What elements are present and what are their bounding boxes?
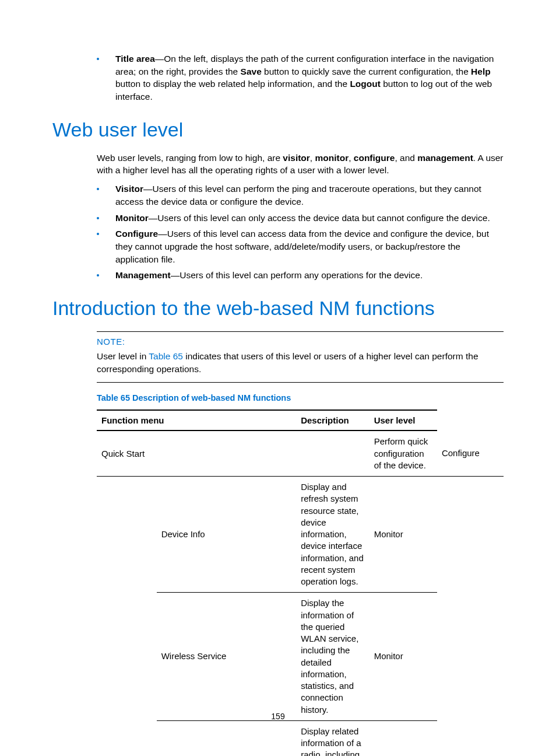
level-bullet: Monitor—Users of this level can only acc… [52, 212, 504, 225]
table-link[interactable]: Table 65 [149, 351, 183, 361]
title-area-bullet: Title area—On the left, displays the pat… [52, 52, 504, 103]
table-caption: Table 65 Description of web-based NM fun… [97, 393, 504, 402]
level-bullet: Visitor—Users of this level can perform … [52, 183, 504, 208]
th-user-level: User level [370, 410, 437, 430]
page-number: 159 [0, 712, 556, 721]
table-row: Wireless ServiceDisplay the information … [97, 593, 504, 721]
th-description: Description [296, 410, 369, 430]
note-box: NOTE: User level in Table 65 indicates t… [97, 331, 504, 383]
bullet-icon [97, 274, 99, 276]
cell-description: Display and refresh system resource stat… [296, 477, 369, 593]
levels-paragraph: Web user levels, ranging from low to hig… [52, 152, 504, 177]
bullet-text: Visitor—Users of this level can perform … [115, 183, 504, 208]
bullet-icon [97, 58, 99, 60]
cell-menu-b: Radio [157, 720, 297, 756]
title-area-text: Title area—On the left, displays the pat… [115, 52, 504, 103]
table-row: Quick StartPerform quick configuration o… [97, 430, 504, 476]
bullet-text: Configure—Users of this level can access… [115, 228, 504, 265]
table-row: SummaryDevice InfoDisplay and refresh sy… [97, 477, 504, 593]
note-text: User level in Table 65 indicates that us… [97, 350, 504, 375]
bullet-icon [97, 188, 99, 190]
cell-menu-b: Device Info [157, 477, 297, 593]
heading-intro-nm: Introduction to the web-based NM functio… [52, 297, 504, 320]
cell-description: Display the information of the queried W… [296, 593, 369, 721]
nm-functions-table: Function menu Description User level Qui… [97, 410, 504, 756]
cell-menu-b [296, 430, 369, 476]
bullet-text: Management—Users of this level can perfo… [115, 269, 423, 282]
level-bullet: Management—Users of this level can perfo… [52, 269, 504, 282]
cell-user-level: Monitor [370, 720, 437, 756]
th-function-menu: Function menu [97, 410, 296, 430]
heading-web-user-level: Web user level [52, 118, 504, 141]
cell-user-level: Configure [437, 430, 504, 476]
cell-description: Display related information of a radio, … [296, 720, 369, 756]
table-row: RadioDisplay related information of a ra… [97, 720, 504, 756]
cell-user-level: Monitor [370, 477, 437, 593]
bullet-icon [97, 217, 99, 219]
cell-description: Perform quick configuration of the devic… [370, 430, 437, 476]
level-bullet: Configure—Users of this level can access… [52, 228, 504, 265]
bullet-text: Monitor—Users of this level can only acc… [115, 212, 490, 225]
cell-menu-b: Wireless Service [157, 593, 297, 721]
note-label: NOTE: [97, 337, 504, 346]
cell-user-level: Monitor [370, 593, 437, 721]
cell-menu-a: Quick Start [97, 430, 296, 476]
bullet-icon [97, 233, 99, 235]
